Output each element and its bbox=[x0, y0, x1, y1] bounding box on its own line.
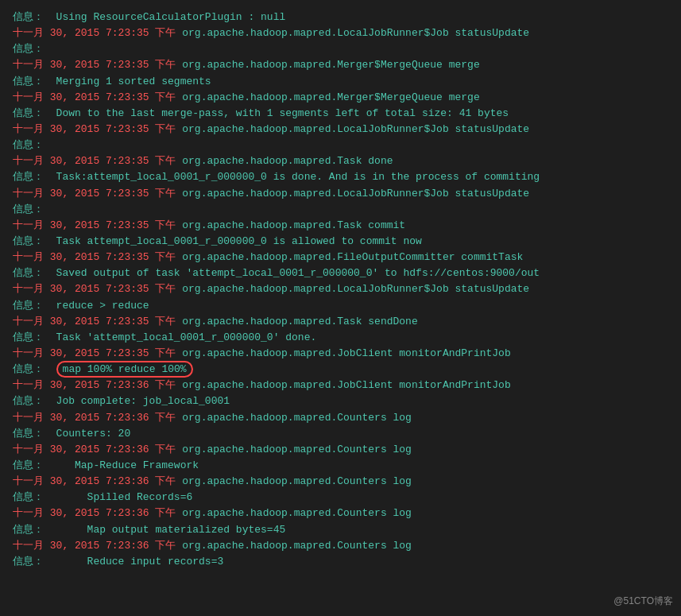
log-line: 信息： bbox=[13, 138, 668, 153]
log-line-timestamp: 十一月 30, 2015 7:23:35 下午 org.apache.hadoo… bbox=[13, 281, 668, 297]
log-line-timestamp: 十一月 30, 2015 7:23:35 下午 org.apache.hadoo… bbox=[13, 218, 668, 234]
log-line: 信息： Reduce input records=3 bbox=[13, 554, 668, 570]
log-line: 信息： Saved output of task 'attempt_local_… bbox=[13, 265, 668, 281]
log-line: 信息： Spilled Records=6 bbox=[13, 490, 668, 506]
log-line-timestamp: 十一月 30, 2015 7:23:35 下午 org.apache.hadoo… bbox=[13, 346, 668, 362]
log-line-timestamp: 十一月 30, 2015 7:23:36 下午 org.apache.hadoo… bbox=[13, 506, 668, 521]
log-line-timestamp: 十一月 30, 2015 7:23:36 下午 org.apache.hadoo… bbox=[13, 474, 668, 490]
log-line-timestamp: 十一月 30, 2015 7:23:36 下午 org.apache.hadoo… bbox=[13, 378, 668, 393]
log-line-timestamp: 十一月 30, 2015 7:23:35 下午 org.apache.hadoo… bbox=[13, 153, 668, 169]
log-line: 信息： Task:attempt_local_0001_r_000000_0 i… bbox=[13, 169, 668, 185]
watermark: @51CTO博客 bbox=[613, 595, 673, 608]
log-line-timestamp: 十一月 30, 2015 7:23:35 下午 org.apache.hadoo… bbox=[13, 314, 668, 330]
log-line-timestamp: 十一月 30, 2015 7:23:35 下午 org.apache.hadoo… bbox=[13, 90, 668, 106]
log-line: 信息： Down to the last merge-pass, with 1 … bbox=[13, 106, 668, 122]
log-line: 信息： Using ResourceCalculatorPlugin : nul… bbox=[13, 10, 668, 25]
log-line: 信息： Map output materialized bytes=45 bbox=[13, 522, 668, 538]
log-line: 信息： Merging 1 sorted segments bbox=[13, 74, 668, 90]
log-line: 信息： Task 'attempt_local_0001_r_000000_0'… bbox=[13, 330, 668, 346]
log-line-timestamp: 十一月 30, 2015 7:23:35 下午 org.apache.hadoo… bbox=[13, 25, 668, 41]
log-line-highlighted: 信息： map 100% reduce 100% bbox=[13, 362, 668, 378]
log-line: 信息： Task attempt_local_0001_r_000000_0 i… bbox=[13, 234, 668, 250]
log-container: 信息： Using ResourceCalculatorPlugin : nul… bbox=[6, 6, 675, 573]
log-line: 信息： Map-Reduce Framework bbox=[13, 458, 668, 474]
log-line: 信息： Job complete: job_local_0001 bbox=[13, 393, 668, 409]
log-line: 信息： bbox=[13, 202, 668, 218]
log-line: 信息： bbox=[13, 41, 668, 57]
log-line-timestamp: 十一月 30, 2015 7:23:36 下午 org.apache.hadoo… bbox=[13, 442, 668, 458]
log-line-timestamp: 十一月 30, 2015 7:23:36 下午 org.apache.hadoo… bbox=[13, 538, 668, 554]
log-line-timestamp: 十一月 30, 2015 7:23:35 下午 org.apache.hadoo… bbox=[13, 186, 668, 202]
log-line: 信息： reduce > reduce bbox=[13, 298, 668, 314]
log-line-timestamp: 十一月 30, 2015 7:23:35 下午 org.apache.hadoo… bbox=[13, 250, 668, 265]
log-line-timestamp: 十一月 30, 2015 7:23:35 下午 org.apache.hadoo… bbox=[13, 122, 668, 138]
log-line: 信息： Counters: 20 bbox=[13, 426, 668, 442]
log-line-timestamp: 十一月 30, 2015 7:23:35 下午 org.apache.hadoo… bbox=[13, 57, 668, 73]
log-line-timestamp: 十一月 30, 2015 7:23:36 下午 org.apache.hadoo… bbox=[13, 410, 668, 426]
